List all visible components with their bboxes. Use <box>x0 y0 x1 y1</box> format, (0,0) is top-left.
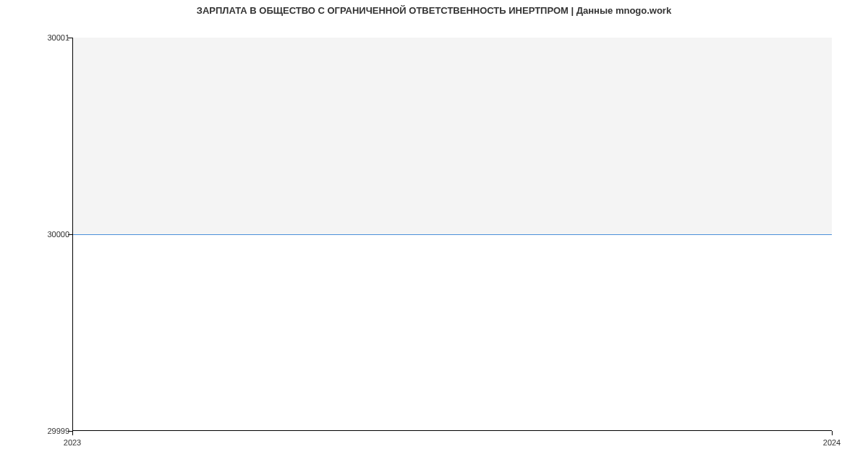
y-tick-label: 30000 <box>47 230 69 239</box>
salary-chart: ЗАРПЛАТА В ОБЩЕСТВО С ОГРАНИЧЕННОЙ ОТВЕТ… <box>0 0 868 470</box>
x-tick-label: 2024 <box>823 438 841 447</box>
x-tick <box>832 431 833 435</box>
chart-title: ЗАРПЛАТА В ОБЩЕСТВО С ОГРАНИЧЕННОЙ ОТВЕТ… <box>0 5 868 16</box>
plot-area <box>72 38 832 431</box>
data-line <box>73 234 832 235</box>
fill-area <box>73 38 832 234</box>
x-tick-label: 2023 <box>64 438 81 447</box>
x-tick <box>72 431 73 435</box>
y-tick-label: 30001 <box>47 33 69 42</box>
y-tick-label: 29999 <box>47 427 69 435</box>
